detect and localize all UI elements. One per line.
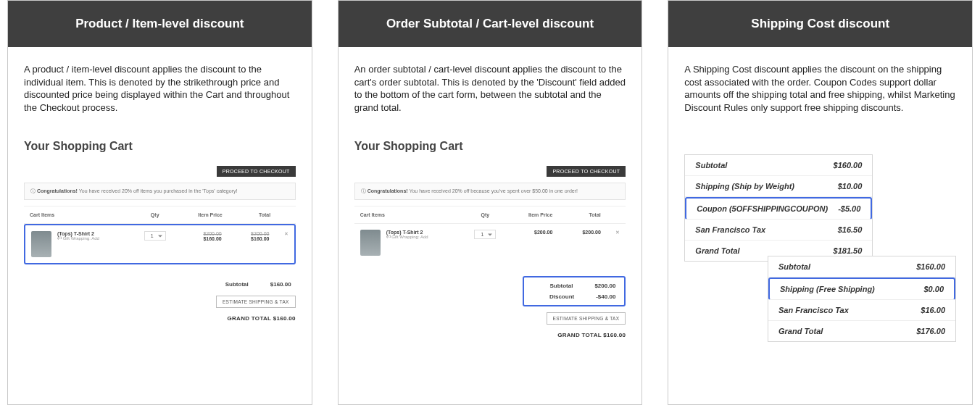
subtotal-row: Subtotal $200.00 (528, 280, 620, 291)
summary-value: $16.50 (838, 225, 863, 234)
remove-icon[interactable]: ✕ (269, 231, 288, 237)
cart-row: (Tops) T-Shirt 2 🏷 Gift Wrapping: Add 1 … (354, 224, 626, 262)
summary-area: Subtotal$160.00Shipping (Ship by Weight)… (684, 140, 956, 357)
checkout-button[interactable]: PROCEED TO CHECKOUT (217, 166, 296, 177)
totals-highlight: Subtotal $200.00 Discount -$40.00 (523, 276, 626, 306)
cart-title: Your Shopping Cart (354, 140, 626, 153)
cart-mock: Your Shopping Cart PROCEED TO CHECKOUT ⓘ… (354, 140, 626, 338)
summary-value: $16.00 (921, 306, 945, 314)
qty-select[interactable]: 1 (144, 231, 166, 241)
subtotal-row: Subtotal $160.00 (24, 279, 296, 290)
col-total: Total (552, 212, 600, 217)
summary-value: $160.00 (916, 262, 945, 271)
summary-value: $181.50 (834, 246, 863, 255)
item-tag: Gift Wrapping: Add (391, 235, 428, 239)
summary-value: $0.00 (923, 285, 944, 293)
card-title: Product / Item-level discount (8, 1, 312, 47)
tag-icon: 🏷 (386, 235, 391, 239)
col-price: Item Price (174, 212, 222, 217)
summary-row: San Francisco Tax$16.50 (685, 220, 872, 241)
product-thumb (31, 231, 51, 257)
summary-label: Shipping (Free Shipping) (780, 285, 875, 293)
card-description: A Shipping Cost discount applies the dis… (684, 63, 956, 114)
info-icon: ⓘ (30, 188, 37, 193)
card-cart-level: Order Subtotal / Cart-level discount An … (338, 0, 643, 405)
summary-box-coupon: Subtotal$160.00Shipping (Ship by Weight)… (684, 154, 873, 262)
card-description: An order subtotal / cart-level discount … (354, 63, 626, 114)
summary-label: San Francisco Tax (695, 225, 765, 234)
congrats-banner: ⓘ Congratulations! You have received 20%… (24, 183, 296, 200)
estimate-button[interactable]: ESTIMATE SHIPPING & TAX (547, 312, 626, 325)
congrats-text: You have received 20% off items you purc… (79, 188, 238, 193)
summary-value: -$5.00 (838, 204, 860, 213)
col-qty: Qty (136, 212, 174, 217)
summary-row: San Francisco Tax$16.00 (768, 300, 955, 321)
cart-columns: Cart Items Qty Item Price Total (354, 206, 626, 224)
cart-title: Your Shopping Cart (24, 140, 296, 153)
card-description: A product / item-level discount applies … (24, 63, 296, 114)
cart-mock: Your Shopping Cart PROCEED TO CHECKOUT ⓘ… (24, 140, 296, 322)
item-total: $160.00 (251, 236, 269, 241)
summary-label: Coupon (5OFFSHIPPINGCOUPON) (697, 204, 828, 213)
info-icon: ⓘ (361, 188, 368, 193)
summary-value: $160.00 (834, 161, 863, 170)
summary-label: Subtotal (695, 161, 727, 170)
summary-row: Subtotal$160.00 (685, 155, 872, 176)
item-tag: Gift Wrapping: Add (63, 236, 99, 241)
congrats-label: Congratulations! (368, 188, 408, 193)
summary-value: $10.00 (838, 182, 863, 191)
col-items: Cart Items (360, 212, 466, 217)
qty-select[interactable]: 1 (474, 230, 496, 239)
remove-icon[interactable]: ✕ (601, 230, 620, 235)
congrats-text: You have received 20% off because you've… (409, 188, 578, 193)
col-qty: Qty (466, 212, 504, 217)
discount-row: Discount -$40.00 (528, 291, 620, 302)
col-items: Cart Items (30, 212, 136, 217)
grand-total: GRAND TOTAL $160.00 (557, 332, 626, 338)
cart-row-highlight: (Tops) T-Shirt 2 🏷 Gift Wrapping: Add 1 … (24, 224, 296, 264)
item-name: (Tops) T-Shirt 2 (57, 231, 99, 236)
summary-row: Coupon (5OFFSHIPPINGCOUPON)-$5.00 (685, 197, 872, 220)
grand-total: GRAND TOTAL $160.00 (227, 315, 295, 322)
card-title: Shipping Cost discount (668, 1, 972, 47)
summary-label: Grand Total (778, 327, 823, 335)
summary-row: Shipping (Free Shipping)$0.00 (768, 277, 955, 300)
checkout-button[interactable]: PROCEED TO CHECKOUT (547, 166, 626, 177)
card-shipping-discount: Shipping Cost discount A Shipping Cost d… (668, 0, 973, 405)
summary-box-freeship: Subtotal$160.00Shipping (Free Shipping)$… (768, 256, 956, 342)
estimate-button[interactable]: ESTIMATE SHIPPING & TAX (216, 296, 296, 308)
product-thumb (360, 230, 381, 256)
summary-label: San Francisco Tax (778, 306, 849, 314)
item-price: $160.00 (203, 236, 221, 241)
summary-row: Shipping (Ship by Weight)$10.00 (685, 176, 872, 197)
summary-label: Grand Total (695, 246, 739, 255)
summary-value: $176.00 (916, 327, 945, 335)
congrats-label: Congratulations! (37, 188, 78, 193)
item-name: (Tops) T-Shirt 2 (386, 230, 428, 235)
item-total-strike: $200.00 (222, 231, 270, 236)
card-title: Order Subtotal / Cart-level discount (339, 1, 642, 47)
summary-label: Shipping (Ship by Weight) (695, 182, 794, 191)
item-price: $200.00 (534, 230, 552, 235)
congrats-banner: ⓘ Congratulations! You have received 20%… (354, 183, 626, 200)
item-total: $200.00 (582, 230, 600, 235)
card-item-level: Product / Item-level discount A product … (7, 0, 312, 405)
summary-row: Grand Total$176.00 (768, 321, 955, 341)
col-price: Item Price (504, 212, 552, 217)
tag-icon: 🏷 (57, 236, 62, 241)
summary-label: Subtotal (778, 262, 810, 271)
cart-columns: Cart Items Qty Item Price Total (24, 206, 296, 224)
col-total: Total (223, 212, 270, 217)
item-price-strike: $200.00 (174, 231, 222, 236)
summary-row: Subtotal$160.00 (768, 256, 955, 277)
